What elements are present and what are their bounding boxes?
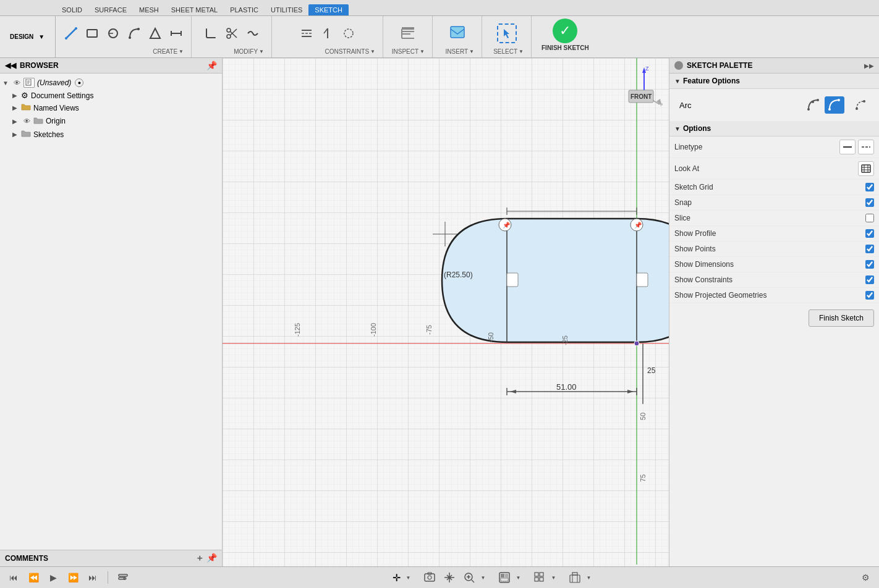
browser-item-doc-settings[interactable]: ▶ ⚙ Document Settings [0, 90, 222, 101]
browser-pin-button[interactable]: 📌 [206, 61, 217, 70]
unsaved-collapse-arrow[interactable]: ▼ [2, 80, 11, 86]
grid-display-button[interactable]: ▼ [531, 569, 564, 586]
inspect-button[interactable] [398, 23, 418, 43]
svg-text:75: 75 [639, 474, 647, 482]
trim-tool-button[interactable] [222, 23, 242, 43]
browser-item-sketches[interactable]: ▶ Sketches [0, 128, 222, 141]
tab-sheet-metal[interactable]: SHEET METAL [165, 4, 224, 15]
svg-rect-23 [402, 31, 414, 32]
play-button[interactable]: ▶ [46, 570, 61, 585]
show-projected-checkbox[interactable] [865, 291, 874, 300]
extend-tool-button[interactable] [243, 23, 263, 43]
select-label: SELECT [493, 48, 517, 55]
show-points-checkbox[interactable] [865, 245, 874, 253]
finish-sketch-large-button[interactable]: ✓ FINISH SKETCH [537, 16, 594, 57]
browser-collapse-arrow[interactable]: ◀◀ [5, 61, 16, 70]
show-constraints-checkbox[interactable] [865, 275, 874, 284]
animation-settings-button[interactable] [116, 570, 130, 585]
tab-solid[interactable]: SOLID [56, 4, 88, 15]
slice-checkbox[interactable] [865, 214, 874, 222]
settings-icon[interactable]: ⚙ [858, 570, 873, 585]
insert-button[interactable] [448, 23, 467, 43]
arc-type3-button[interactable] [852, 96, 869, 114]
sketches-arrow[interactable]: ▶ [12, 131, 21, 138]
options-section: ▼ Options Linetype Look At [669, 121, 879, 303]
select-button[interactable] [497, 23, 517, 43]
sketch-grid-label: Sketch Grid [674, 183, 713, 191]
screen-capture-button[interactable] [421, 570, 438, 585]
unsaved-visibility-icon[interactable]: 👁 [11, 77, 22, 88]
linetype-normal-button[interactable] [839, 140, 856, 154]
svg-rect-109 [540, 578, 543, 581]
svg-text:-25: -25 [561, 335, 569, 345]
move-tool-button[interactable]: ✛ ▼ [390, 569, 418, 586]
feature-options-header[interactable]: ▼ Feature Options [669, 74, 879, 89]
named-views-arrow[interactable]: ▶ [12, 104, 21, 111]
unsaved-record-icon[interactable]: ● [75, 78, 83, 87]
pan-tool-button[interactable] [441, 570, 458, 585]
svg-point-1 [65, 37, 67, 40]
doc-settings-arrow[interactable]: ▶ [12, 92, 21, 99]
finish-sketch-button[interactable]: Finish Sketch [809, 309, 874, 327]
inspect-arrow[interactable]: ▼ [420, 49, 425, 54]
comments-pin-button[interactable]: 📌 [206, 553, 217, 564]
skip-forward-button[interactable]: ⏭ [85, 570, 100, 585]
modify-arrow[interactable]: ▼ [259, 49, 264, 54]
browser-item-named-views[interactable]: ▶ Named Views [0, 101, 222, 114]
insert-arrow[interactable]: ▼ [469, 49, 474, 54]
arc-tool-button[interactable] [124, 23, 144, 43]
tab-plastic[interactable]: PLASTIC [224, 4, 265, 15]
unsaved-doc-icon [23, 78, 35, 88]
line-tool-button[interactable] [61, 23, 81, 43]
arc-type1-button[interactable] [805, 96, 822, 114]
tab-sketch[interactable]: SKETCH [308, 4, 349, 15]
skip-back-button[interactable]: ⏮ [6, 570, 21, 585]
origin-arrow[interactable]: ▶ [12, 118, 21, 125]
palette-expand-button[interactable]: ▶▶ [864, 62, 874, 69]
dimension-tool-button[interactable] [166, 23, 186, 43]
step-back-button[interactable]: ⏪ [26, 570, 41, 585]
browser-item-unsaved[interactable]: ▼ 👁 (Unsaved) ● [0, 76, 222, 90]
options-header[interactable]: ▼ Options [669, 121, 879, 136]
circle-tool-button[interactable] [103, 23, 123, 43]
tab-surface[interactable]: SURFACE [88, 4, 133, 15]
svg-text:📌: 📌 [634, 221, 642, 229]
show-profile-checkbox[interactable] [865, 229, 874, 238]
rectangle-tool-button[interactable] [82, 23, 102, 43]
finish-sketch-large-label: FINISH SKETCH [541, 44, 589, 52]
svg-text:50: 50 [639, 413, 647, 420]
origin-visibility-icon[interactable]: 👁 [21, 116, 32, 127]
comments-add-button[interactable]: ＋ [195, 553, 204, 564]
step-forward-button[interactable]: ⏩ [66, 570, 80, 585]
doc-settings-label: Document Settings [31, 91, 93, 100]
svg-point-6 [129, 36, 131, 39]
svg-text:-100: -100 [370, 323, 377, 337]
tab-mesh[interactable]: MESH [133, 4, 165, 15]
design-label: DESIGN [10, 33, 33, 40]
polygon-tool-button[interactable] [145, 23, 165, 43]
look-at-button[interactable] [858, 161, 874, 176]
show-dimensions-checkbox[interactable] [865, 260, 874, 269]
arc-type2-button[interactable] [825, 96, 844, 114]
svg-text:25: 25 [647, 366, 656, 375]
constraint2-button[interactable] [318, 23, 338, 43]
tab-utilities[interactable]: UTILITIES [265, 4, 308, 15]
viewport-button[interactable]: ▼ [566, 569, 599, 586]
fillet-tool-button[interactable] [201, 23, 221, 43]
constraints-arrow[interactable]: ▼ [370, 49, 375, 54]
constraint3-button[interactable] [339, 23, 359, 43]
sketch-grid-checkbox[interactable] [865, 183, 874, 191]
arc-label: Arc [679, 101, 692, 110]
svg-rect-108 [535, 578, 538, 581]
display-mode-button[interactable]: ▼ [496, 569, 529, 586]
create-arrow[interactable]: ▼ [179, 49, 184, 54]
snap-checkbox[interactable] [865, 198, 874, 207]
show-profile-label: Show Profile [674, 229, 716, 238]
select-arrow[interactable]: ▼ [519, 49, 524, 54]
zoom-button[interactable]: ▼ [461, 569, 493, 586]
show-constraints-label: Show Constraints [674, 275, 732, 284]
linetype-construction-button[interactable] [858, 140, 874, 154]
design-button[interactable]: DESIGN ▼ [0, 16, 56, 57]
constraint1-button[interactable] [297, 23, 316, 43]
browser-item-origin[interactable]: ▶ 👁 Origin [0, 114, 222, 128]
